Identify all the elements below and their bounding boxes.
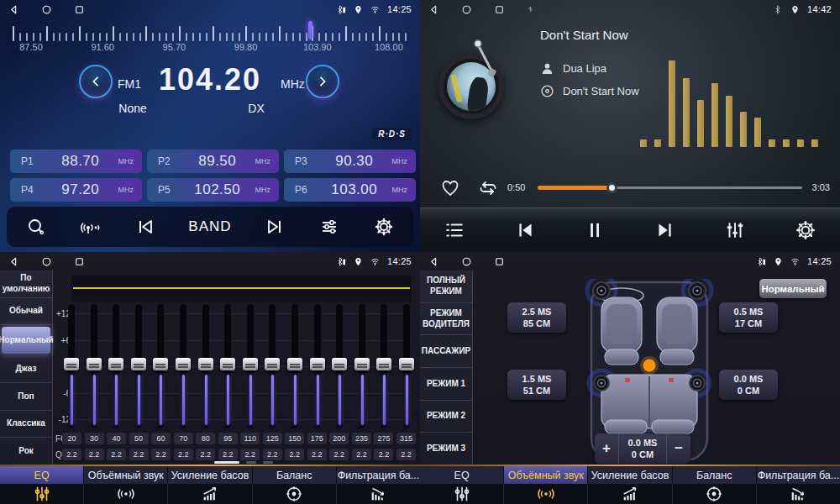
q-value[interactable]: 2.2 bbox=[129, 449, 149, 460]
progress-bar[interactable] bbox=[538, 186, 802, 189]
slider-handle[interactable] bbox=[376, 358, 391, 370]
q-value[interactable]: 2.2 bbox=[240, 449, 260, 460]
slider-handle[interactable] bbox=[64, 358, 79, 370]
fc-value[interactable]: 40 bbox=[107, 433, 126, 444]
tab-filter-icon-cell[interactable] bbox=[337, 484, 420, 504]
recents-icon[interactable] bbox=[494, 4, 505, 15]
q-value[interactable]: 2.2 bbox=[263, 449, 282, 460]
eq-band-slider[interactable] bbox=[308, 304, 327, 430]
slider-handle[interactable] bbox=[198, 358, 213, 370]
fc-value[interactable]: 60 bbox=[151, 433, 171, 444]
equalizer-mixer-icon[interactable] bbox=[724, 219, 746, 241]
listening-mode-item[interactable]: ПАССАЖИР bbox=[420, 335, 472, 368]
q-value[interactable]: 2.2 bbox=[196, 449, 215, 460]
home-icon[interactable] bbox=[41, 256, 52, 267]
tab-filter[interactable]: Фильтрация ба... bbox=[337, 466, 420, 484]
back-icon[interactable] bbox=[8, 256, 19, 267]
eq-preset-item[interactable]: По умолчанию bbox=[0, 270, 52, 298]
slider-handle[interactable] bbox=[153, 358, 168, 370]
q-value[interactable]: 2.2 bbox=[62, 449, 81, 460]
tab-filter[interactable]: Фильтрация ба... bbox=[757, 466, 840, 484]
eq-preset-item[interactable]: Нормальный bbox=[2, 327, 50, 354]
tab-eq[interactable]: EQ bbox=[0, 466, 84, 484]
eq-preset-item[interactable]: Поп bbox=[0, 383, 52, 411]
home-icon[interactable] bbox=[41, 4, 52, 15]
tab-balance[interactable]: Баланс bbox=[253, 466, 337, 484]
fc-value[interactable]: 150 bbox=[285, 433, 304, 444]
preset-p6[interactable]: P6103.00MHz bbox=[284, 178, 416, 202]
delay-front-left[interactable]: 2.5 MS 85 CM bbox=[507, 302, 566, 333]
slider-handle[interactable] bbox=[243, 358, 258, 370]
fc-value[interactable]: 200 bbox=[329, 433, 349, 444]
pause-icon[interactable] bbox=[584, 219, 606, 241]
eq-band-slider[interactable] bbox=[197, 304, 215, 430]
tab-bass-boost[interactable]: Усиление басов bbox=[168, 466, 252, 484]
previous-track-icon[interactable] bbox=[514, 219, 536, 241]
fc-value[interactable]: 20 bbox=[62, 433, 81, 444]
tab-surround-icon-cell[interactable] bbox=[84, 484, 168, 504]
delay-increase-button[interactable]: + bbox=[595, 433, 618, 464]
listening-mode-item[interactable]: РЕЖИМ 3 bbox=[420, 433, 472, 465]
eq-band-slider[interactable] bbox=[218, 304, 237, 430]
eq-band-slider[interactable] bbox=[375, 304, 393, 430]
eq-band-slider[interactable] bbox=[241, 304, 260, 430]
eq-band-slider[interactable] bbox=[263, 304, 281, 430]
q-value[interactable]: 2.2 bbox=[307, 449, 327, 460]
q-value[interactable]: 2.2 bbox=[107, 449, 126, 460]
delay-rear-right[interactable]: 0.0 MS 0 CM bbox=[719, 370, 778, 400]
settings-button[interactable] bbox=[373, 216, 395, 238]
preset-p5[interactable]: P5102.50MHz bbox=[147, 178, 279, 202]
next-track-icon[interactable] bbox=[654, 219, 676, 241]
tune-up-button[interactable] bbox=[306, 65, 339, 98]
back-icon[interactable] bbox=[8, 4, 19, 15]
eq-band-slider[interactable] bbox=[330, 304, 349, 430]
slider-handle[interactable] bbox=[332, 358, 347, 370]
eq-band-slider[interactable] bbox=[174, 304, 192, 430]
home-icon[interactable] bbox=[461, 4, 472, 15]
q-value[interactable]: 2.2 bbox=[396, 449, 416, 460]
gear-icon[interactable] bbox=[795, 219, 816, 241]
tab-surround-icon-cell[interactable] bbox=[504, 484, 588, 504]
slider-handle[interactable] bbox=[131, 358, 146, 370]
tab-bass-icon-cell[interactable] bbox=[588, 484, 672, 504]
eq-band-slider[interactable] bbox=[353, 304, 371, 430]
tab-eq-icon-cell[interactable] bbox=[0, 484, 84, 504]
back-icon[interactable] bbox=[428, 256, 439, 267]
sound-profile-button[interactable]: Нормальный bbox=[759, 279, 827, 298]
listening-mode-item[interactable]: РЕЖИМ 2 bbox=[420, 401, 472, 433]
home-icon[interactable] bbox=[461, 256, 472, 267]
q-value[interactable]: 2.2 bbox=[218, 449, 238, 460]
fc-value[interactable]: 175 bbox=[307, 433, 327, 444]
delay-rear-left[interactable]: 1.5 MS 51 CM bbox=[507, 370, 566, 400]
preset-p1[interactable]: P188.70MHz bbox=[10, 150, 142, 173]
q-value[interactable]: 2.2 bbox=[285, 449, 304, 460]
next-station-button[interactable] bbox=[264, 216, 286, 238]
slider-handle[interactable] bbox=[265, 358, 280, 370]
eq-preset-item[interactable]: Классика bbox=[0, 411, 52, 438]
search-stations-button[interactable] bbox=[25, 216, 47, 238]
q-value[interactable]: 2.2 bbox=[85, 449, 104, 460]
listening-mode-item[interactable]: ПОЛНЫЙ РЕЖИМ bbox=[420, 270, 472, 303]
album-art[interactable] bbox=[438, 54, 504, 119]
tab-bass-icon-cell[interactable] bbox=[168, 484, 252, 504]
q-value[interactable]: 2.2 bbox=[329, 449, 349, 460]
eq-preset-item[interactable]: Джаз bbox=[0, 356, 52, 384]
tab-balance-icon-cell[interactable] bbox=[673, 484, 757, 504]
tab-eq-icon-cell[interactable] bbox=[420, 484, 504, 504]
progress-knob[interactable] bbox=[606, 182, 617, 193]
delay-front-right[interactable]: 0.5 MS 17 CM bbox=[719, 302, 778, 333]
fc-value[interactable]: 70 bbox=[174, 433, 193, 444]
q-value[interactable]: 2.2 bbox=[352, 449, 371, 460]
tab-balance[interactable]: Баланс bbox=[673, 466, 757, 484]
fc-value[interactable]: 95 bbox=[218, 433, 238, 444]
fc-value[interactable]: 50 bbox=[129, 433, 149, 444]
fc-value[interactable]: 235 bbox=[352, 433, 371, 444]
eq-preset-item[interactable]: Рок bbox=[0, 438, 52, 465]
slider-handle[interactable] bbox=[399, 358, 414, 370]
recents-icon[interactable] bbox=[494, 256, 505, 267]
eq-band-slider[interactable] bbox=[286, 304, 304, 430]
tab-bass-boost[interactable]: Усиление басов bbox=[588, 466, 672, 484]
eq-band-slider[interactable] bbox=[62, 304, 81, 430]
listening-mode-item[interactable]: РЕЖИМ ВОДИТЕЛЯ bbox=[420, 303, 472, 336]
eq-band-slider[interactable] bbox=[107, 304, 125, 430]
